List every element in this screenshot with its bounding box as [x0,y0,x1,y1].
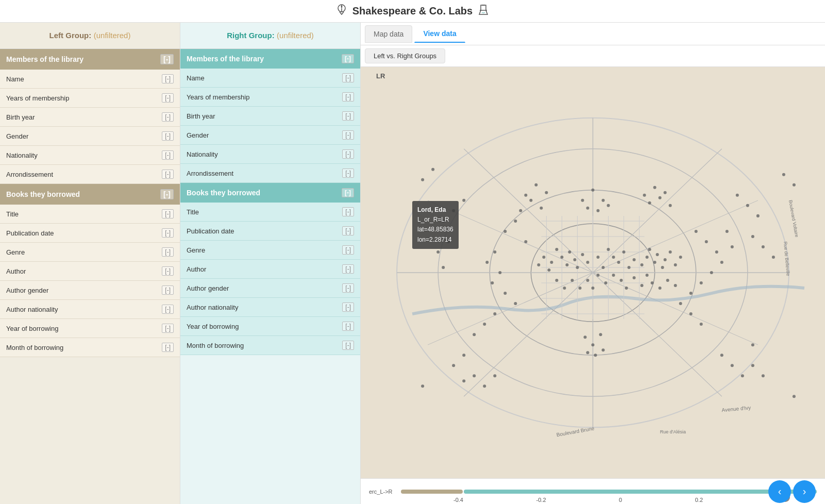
right-years-membership-remove-button[interactable]: [-] [342,92,354,102]
svg-point-87 [555,279,558,282]
left-members-section-header[interactable]: Members of the library [-] [0,49,180,70]
right-author-row: Author [-] [180,260,360,279]
right-nationality-remove-button[interactable]: [-] [342,149,354,159]
svg-point-43 [602,266,605,269]
svg-point-88 [503,230,507,233]
svg-point-155 [731,364,734,367]
left-title-remove-button[interactable]: [-] [162,209,174,219]
left-years-membership-remove-button[interactable]: [-] [162,93,174,103]
left-pub-date-remove-button[interactable]: [-] [162,228,174,238]
svg-point-51 [653,261,656,264]
subtab-left-right-groups[interactable]: Left vs. Right Groups [365,48,445,63]
right-author-gender-remove-button[interactable]: [-] [342,283,354,293]
tab-view-data[interactable]: View data [414,25,465,43]
map-tooltip: Lord, Eda L_or_R=LR lat=48.85836 lon=2.2… [412,201,459,249]
svg-point-105 [720,261,723,264]
right-members-collapse-button[interactable]: [-] [342,54,354,63]
tab-bar: Map data View data [361,23,825,45]
nav-arrows: ‹ › [767,480,817,503]
svg-point-93 [498,271,501,274]
svg-point-112 [591,189,594,192]
right-genre-label: Genre [187,246,205,254]
left-author-remove-button[interactable]: [-] [162,266,174,276]
svg-point-41 [607,248,610,251]
right-books-label: Books they borrowed [187,189,260,197]
svg-point-151 [473,374,476,377]
left-nationality-remove-button[interactable]: [-] [162,150,174,160]
svg-point-57 [679,256,682,259]
right-genre-row: Genre [-] [180,241,360,260]
right-books-section-header[interactable]: Books they borrowed [-] [180,183,360,203]
svg-point-133 [653,186,656,189]
nav-prev-button[interactable]: ‹ [768,480,791,503]
svg-point-79 [659,287,662,290]
svg-point-70 [597,274,600,277]
left-gender-row: Gender [-] [0,127,180,146]
right-members-section-header[interactable]: Members of the library [-] [180,49,360,69]
svg-point-71 [604,281,608,284]
right-arrondissement-remove-button[interactable]: [-] [342,169,354,178]
svg-point-74 [625,287,628,290]
left-year-borrowing-row: Year of borrowing [-] [0,319,180,338]
svg-point-73 [620,279,623,282]
left-members-collapse-button[interactable]: [-] [160,54,174,64]
svg-point-55 [669,250,672,254]
right-year-borrowing-remove-button[interactable]: [-] [342,322,354,331]
svg-point-108 [689,292,693,295]
right-genre-remove-button[interactable]: [-] [342,245,354,255]
svg-point-91 [493,250,496,254]
svg-point-77 [646,274,649,277]
left-books-section-header[interactable]: Books they borrowed [-] [0,184,180,205]
svg-point-146 [762,245,765,248]
nav-next-button[interactable]: › [793,480,816,503]
svg-point-106 [710,271,713,274]
left-books-collapse-button[interactable]: [-] [160,189,174,199]
svg-point-152 [483,384,486,388]
right-author-remove-button[interactable]: [-] [342,264,354,274]
x-axis-label-4: 0.2 [695,497,703,503]
svg-point-165 [793,395,796,398]
right-author-label: Author [187,265,206,273]
right-name-row: Name [-] [180,69,360,88]
left-genre-remove-button[interactable]: [-] [162,247,174,257]
right-gender-remove-button[interactable]: [-] [342,130,354,140]
map-area[interactable]: Boulevard Brune Avenue d'Ivy Boulevard V… [361,67,825,478]
scale-bar-right[interactable] [464,490,817,494]
svg-point-129 [524,194,527,197]
right-birth-year-remove-button[interactable]: [-] [342,111,354,121]
left-author-gender-remove-button[interactable]: [-] [162,285,174,295]
right-title-remove-button[interactable]: [-] [342,207,354,216]
svg-point-127 [534,183,537,187]
right-group-header: Right Group: (unfiltered) [180,23,360,49]
left-title-row: Title [-] [0,205,180,224]
right-name-remove-button[interactable]: [-] [342,73,354,82]
svg-point-154 [720,354,723,357]
tab-map-data[interactable]: Map data [365,25,412,43]
svg-point-150 [462,379,465,382]
left-name-remove-button[interactable]: [-] [162,74,174,83]
left-genre-label: Genre [6,248,25,256]
left-author-nationality-remove-button[interactable]: [-] [162,305,174,314]
right-group-status: (unfiltered) [277,31,314,40]
left-author-nationality-label: Author nationality [6,306,58,313]
right-years-membership-row: Years of membership [-] [180,88,360,107]
svg-point-164 [421,384,424,388]
svg-point-120 [583,335,586,339]
svg-point-161 [431,168,434,171]
right-pub-date-remove-button[interactable]: [-] [342,226,354,236]
svg-point-118 [591,343,594,346]
scale-bar-left[interactable] [401,490,463,494]
svg-point-96 [514,302,517,305]
left-year-borrowing-remove-button[interactable]: [-] [162,324,174,333]
scale-left-label: erc_L->R [369,489,393,495]
svg-point-144 [756,214,760,217]
left-gender-remove-button[interactable]: [-] [162,131,174,141]
right-month-borrowing-remove-button[interactable]: [-] [342,341,354,350]
left-books-label: Books they borrowed [6,190,80,198]
right-author-nationality-remove-button[interactable]: [-] [342,303,354,312]
right-books-collapse-button[interactable]: [-] [342,188,354,197]
left-arrondissement-remove-button[interactable]: [-] [162,170,174,179]
svg-point-102 [715,250,718,254]
left-birth-year-remove-button[interactable]: [-] [162,112,174,122]
left-month-borrowing-remove-button[interactable]: [-] [162,343,174,352]
